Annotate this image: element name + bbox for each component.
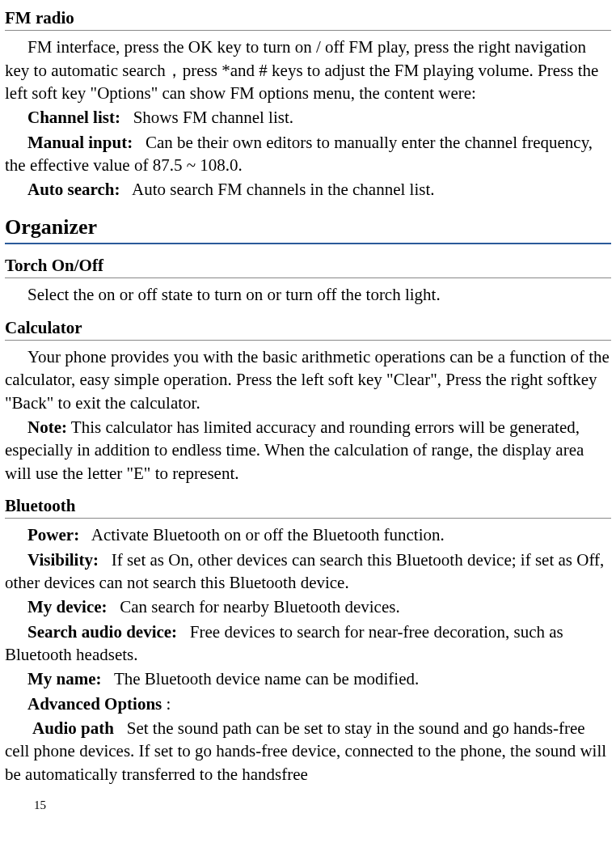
heading-bluetooth: Bluetooth xyxy=(5,494,611,519)
heading-torch: Torch On/Off xyxy=(5,254,611,278)
calculator-desc: Your phone provides you with the basic a… xyxy=(5,345,611,414)
section-calculator: Your phone provides you with the basic a… xyxy=(5,345,611,485)
bt-item-my-device: My device: Can search for nearby Bluetoo… xyxy=(5,595,611,618)
bt-item-desc: The Bluetooth device name can be modifie… xyxy=(114,669,419,688)
section-torch: Select the on or off state to turn on or… xyxy=(5,283,611,306)
bt-item-label: Visibility: xyxy=(27,550,99,570)
bt-advanced-label: Advanced Options xyxy=(27,694,162,714)
fm-item-label: Auto search: xyxy=(27,180,120,199)
fm-item-manual-input: Manual input: Can be their own editors t… xyxy=(5,131,611,177)
heading-fm-radio: FM radio xyxy=(5,6,611,31)
bt-item-label: My name: xyxy=(27,669,102,688)
fm-item-desc: Shows FM channel list. xyxy=(133,108,293,127)
bt-item-power: Power: Activate Bluetooth on or off the … xyxy=(5,523,611,546)
section-bluetooth: Power: Activate Bluetooth on or off the … xyxy=(5,523,611,786)
calculator-note: Note: This calculator has limited accura… xyxy=(5,416,611,485)
bt-advanced-colon: : xyxy=(162,694,171,714)
bt-audio-path: Audio path Set the sound path can be set… xyxy=(5,717,611,786)
fm-item-label: Manual input: xyxy=(27,133,133,152)
bt-item-label: My device: xyxy=(27,597,108,616)
fm-item-channel-list: Channel list: Shows FM channel list. xyxy=(5,106,611,129)
bt-advanced-options: Advanced Options : xyxy=(5,693,611,715)
section-fm-radio: FM interface, press the OK key to turn o… xyxy=(5,36,611,201)
calculator-note-label: Note: xyxy=(27,417,67,437)
bt-item-desc: Can search for nearby Bluetooth devices. xyxy=(120,597,399,616)
bt-item-label: Power: xyxy=(27,525,79,544)
page-number: 15 xyxy=(34,797,611,813)
bt-audio-path-label: Audio path xyxy=(32,718,114,738)
bt-item-desc: Activate Bluetooth on or off the Bluetoo… xyxy=(91,525,445,544)
bt-item-search-audio: Search audio device: Free devices to sea… xyxy=(5,621,611,667)
fm-item-label: Channel list: xyxy=(27,108,120,127)
fm-item-desc: Auto search FM channels in the channel l… xyxy=(132,180,434,199)
fm-item-auto-search: Auto search: Auto search FM channels in … xyxy=(5,178,611,201)
bt-item-my-name: My name: The Bluetooth device name can b… xyxy=(5,667,611,690)
fm-intro: FM interface, press the OK key to turn o… xyxy=(5,36,611,104)
heading-organizer: Organizer xyxy=(5,213,611,244)
calculator-note-desc: This calculator has limited accuracy and… xyxy=(5,417,584,483)
bt-item-label: Search audio device: xyxy=(27,622,177,642)
bt-item-visibility: Visibility: If set as On, other devices … xyxy=(5,549,611,595)
torch-desc: Select the on or off state to turn on or… xyxy=(5,283,611,306)
heading-calculator: Calculator xyxy=(5,316,611,341)
